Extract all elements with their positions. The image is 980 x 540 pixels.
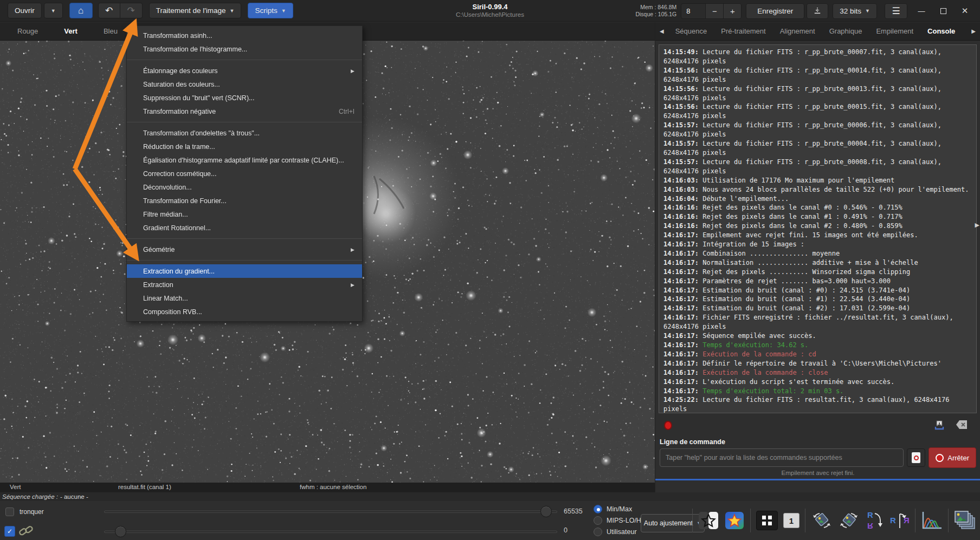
tab-bleu[interactable]: Bleu (91, 22, 131, 40)
stop-button[interactable]: Arrêter (929, 447, 976, 468)
save-button[interactable]: Enregistrer (746, 3, 804, 19)
grid-view-button[interactable] (756, 511, 778, 530)
open-button[interactable]: Ouvrir (8, 3, 42, 18)
rotate-right-button[interactable] (838, 511, 860, 530)
menu-item-label: Correction cosmétique... (143, 170, 354, 178)
chevron-down-icon: ▼ (865, 8, 870, 14)
tab-empilement[interactable]: Empilement (869, 22, 920, 40)
menu-item-label: Gradient Rotationnel... (143, 224, 354, 232)
maximize-icon (940, 8, 946, 14)
menu-item[interactable]: Linear Match... (127, 291, 362, 305)
hi-slider-handle[interactable] (540, 506, 552, 517)
single-view-button[interactable]: 1 (783, 513, 800, 528)
console-timestamp: 14:15:57: (663, 121, 702, 129)
console-message: Rejet des pixels dans le canal #2 : 0.48… (702, 222, 902, 230)
mode-radio-utilisateur[interactable]: Utilisateur (594, 526, 643, 537)
export-log-button[interactable] (934, 420, 945, 433)
lo-slider-track[interactable] (104, 531, 557, 533)
radio-label: Min/Max (607, 505, 632, 513)
tabs-scroll-right-icon[interactable]: ▶ (967, 28, 980, 34)
mode-radio-min-max[interactable]: Min/Max (594, 503, 643, 515)
menu-item[interactable]: Composition RVB... (127, 305, 362, 318)
spin-value[interactable]: 8 (681, 4, 705, 18)
tab-console[interactable]: Console (920, 22, 962, 40)
clear-log-button[interactable] (956, 420, 968, 432)
rotate-left-button[interactable] (811, 511, 833, 530)
false-color-star-button[interactable] (724, 511, 745, 530)
console-log[interactable]: 14:15:49: Lecture du fichier FITS : r_pp… (659, 44, 977, 413)
menu-item[interactable]: Suppression du "bruit" vert (SCNR)... (127, 91, 362, 105)
console-message: Paramètres de rejet ....... bas=3.000 ha… (702, 277, 891, 285)
command-input[interactable] (660, 448, 904, 467)
console-line: 14:15:56: Lecture du fichier FITS : r_pp… (663, 84, 972, 103)
console-timestamp: 14:15:49: (663, 48, 702, 56)
console-line: 14:16:16: Rejet des pixels dans le canal… (663, 222, 972, 231)
image-processing-menu-button[interactable]: Traitement de l'image▼ (149, 3, 242, 18)
negative-star-button[interactable] (698, 511, 719, 530)
menu-item[interactable]: Égalisation d'histogramme adaptatif limi… (127, 153, 362, 167)
scripts-menu-button[interactable]: Scripts▼ (248, 3, 293, 18)
menu-item[interactable]: Transformation de Fourier... (127, 194, 362, 207)
minimize-button[interactable]: — (911, 0, 932, 22)
menu-item-label: Transformation négative (143, 108, 339, 115)
menu-item[interactable]: Réduction de la trame... (127, 140, 362, 153)
flip-horizontal-button[interactable]: R R (890, 511, 910, 530)
maximize-button[interactable] (932, 0, 954, 22)
bit-depth-dropdown[interactable]: 32 bits▼ (833, 3, 877, 19)
record-dot-icon[interactable] (664, 421, 672, 430)
console-message: Rejet des pixels .......... Winsorized s… (702, 268, 910, 276)
siril-window: Ouvrir ▼ ⌂ ↶ ↷ Traitement de l'image▼ Sc… (0, 0, 980, 540)
close-button[interactable]: ✕ (954, 0, 976, 22)
pane-collapse-icon[interactable]: ▶ (975, 222, 979, 229)
spin-plus-button[interactable]: + (723, 4, 741, 18)
spin-minus-button[interactable]: − (705, 4, 723, 18)
command-help-button[interactable] (907, 448, 925, 467)
link-checkbox[interactable]: ✓ (4, 526, 15, 537)
hi-slider-track[interactable] (104, 511, 557, 513)
tab-rouge[interactable]: Rouge (4, 22, 51, 40)
image-list-button[interactable] (954, 510, 977, 531)
mode-radio-mips-lo-hi[interactable]: MIPS-LO/HI (594, 515, 643, 526)
console-message: Lecture du fichier FITS : r_pp_brute_000… (663, 103, 942, 120)
menu-item-label: Déconvolution... (143, 184, 354, 191)
tabs-scroll-left-icon[interactable]: ◀ (655, 28, 668, 34)
menu-item[interactable]: Transformation d'ondelettes "à trous"... (127, 126, 362, 140)
console-line: 14:16:16: Rejet des pixels dans le canal… (663, 203, 972, 212)
lo-slider-handle[interactable] (115, 526, 126, 537)
console-line: 14:16:17: Définir le répertoire de trava… (663, 359, 972, 368)
console-line: 14:16:04: Débute l'empilement... (663, 194, 972, 204)
truncate-checkbox[interactable] (5, 508, 14, 516)
menu-item[interactable]: Déconvolution... (127, 180, 362, 194)
menu-item[interactable]: Filtre médian... (127, 207, 362, 221)
open-dropdown-button[interactable]: ▼ (44, 3, 63, 18)
app-menu-button[interactable]: ☰ (885, 3, 907, 19)
menu-item[interactable]: Transformation de l'histogramme... (127, 42, 362, 56)
undo-icon: ↶ (105, 6, 113, 15)
tab-pré-traitement[interactable]: Pré-traitement (714, 22, 772, 40)
console-message: Intégration de 15 images : (702, 240, 804, 248)
menu-item[interactable]: Extraction du gradient... (127, 264, 362, 278)
redo-icon: ↷ (127, 6, 135, 15)
tab-vert[interactable]: Vert (51, 22, 91, 40)
grid-view-icon (762, 515, 772, 526)
menu-item[interactable]: Saturation des couleurs... (127, 77, 362, 91)
redo-button[interactable]: ↷ (120, 3, 143, 18)
tab-alignement[interactable]: Alignement (773, 22, 822, 40)
flip-vertical-button[interactable]: R R (865, 511, 885, 530)
submenu-arrow-icon: ▶ (351, 247, 354, 252)
undo-button[interactable]: ↶ (98, 3, 120, 18)
console-timestamp: 14:16:04: (663, 195, 702, 203)
histogram-button[interactable] (921, 511, 943, 530)
menu-item[interactable]: Gradient Rotationnel... (127, 221, 362, 235)
menu-item[interactable]: Géométrie▶ (127, 243, 362, 256)
tab-séquence[interactable]: Séquence (668, 22, 714, 40)
tab-graphique[interactable]: Graphique (822, 22, 869, 40)
menu-item[interactable]: Extraction▶ (127, 278, 362, 291)
menu-item[interactable]: Étalonnage des couleurs▶ (127, 64, 362, 77)
menu-item[interactable]: Transformation négativeCtrl+I (127, 105, 362, 118)
menu-item[interactable]: Correction cosmétique... (127, 167, 362, 180)
menu-item[interactable]: Transformation asinh... (127, 29, 362, 42)
view-toolbar: 1 (692, 504, 977, 537)
home-button[interactable]: ⌂ (69, 3, 93, 18)
save-as-button[interactable] (807, 3, 828, 19)
